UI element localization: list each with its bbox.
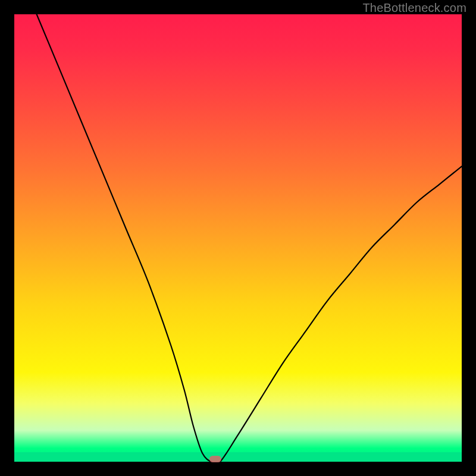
- chart-frame: [7, 7, 469, 469]
- bottleneck-curve: [14, 14, 462, 462]
- watermark-text: TheBottleneck.com: [362, 1, 466, 15]
- plot-area: [14, 14, 462, 462]
- optimal-point-marker: [209, 456, 221, 462]
